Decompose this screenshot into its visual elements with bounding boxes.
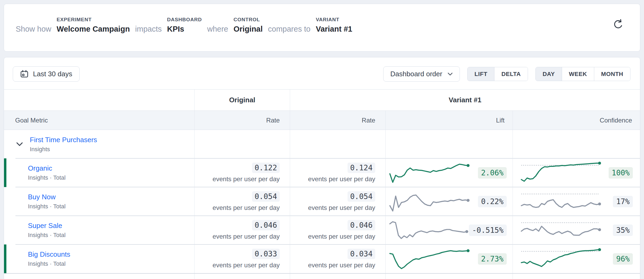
control-rate-cell: 0.046 events per user per day xyxy=(194,216,290,244)
experiment-sentence: Show how EXPERIMENT Welcome Campaign imp… xyxy=(16,17,352,34)
refresh-button[interactable] xyxy=(612,18,625,31)
variant-rate-cell: 0.124 events per user per day xyxy=(290,158,385,187)
confidence-cell: 96% xyxy=(513,244,640,273)
control-rate-value: 0.033 xyxy=(252,249,280,259)
metric-group-cell: First Time Purchasers Insights xyxy=(4,130,194,158)
control-header-cell: Original xyxy=(194,90,290,111)
group-name-link[interactable]: First Time Purchasers xyxy=(30,136,97,144)
metric-row: Super Sale Insights · Total 0.046 events… xyxy=(4,216,640,244)
dashboard-order-dropdown[interactable]: Dashboard order xyxy=(383,66,460,82)
report-card: Last 30 days Dashboard order LIFT DELTA … xyxy=(4,57,640,279)
lift-column-header: Lift xyxy=(385,111,513,130)
confidence-sparkline-chart xyxy=(519,189,602,214)
metric-name-link[interactable]: Big Discounts xyxy=(28,250,70,259)
metric-name-cell: Big Discounts Insights · Total xyxy=(4,244,194,273)
confidence-value-badge: 96% xyxy=(613,253,633,265)
toggle-option-month[interactable]: MONTH xyxy=(594,67,630,81)
significance-stripe xyxy=(4,244,6,273)
variant-rate-value: 0.034 xyxy=(348,249,375,259)
toggle-option-day[interactable]: DAY xyxy=(536,67,562,81)
rate-unit-label: events per user per day xyxy=(308,204,375,212)
lift-value-badge: -0.515% xyxy=(469,225,507,236)
rate-unit-label: events per user per day xyxy=(308,261,375,269)
empty-cell xyxy=(513,130,640,158)
sentence-connector: Show how xyxy=(16,25,51,34)
toggle-option-delta[interactable]: DELTA xyxy=(494,67,528,81)
lift-delta-toggle: LIFT DELTA xyxy=(467,67,528,81)
metric-subtitle: Insights · Total xyxy=(28,232,65,239)
metric-rows-container: Organic Insights · Total 0.122 events pe… xyxy=(4,158,640,273)
sparkline-endpoint-dot xyxy=(598,248,601,251)
variant-rate-cell: 0.054 events per user per day xyxy=(290,187,385,216)
metric-name-cell: Organic Insights · Total xyxy=(4,158,194,187)
sentence-connector: impacts xyxy=(135,25,162,34)
confidence-cell: 35% xyxy=(513,216,640,244)
chevron-down-icon xyxy=(16,142,23,146)
metric-name-link[interactable]: Super Sale xyxy=(28,222,65,230)
toggle-option-lift[interactable]: LIFT xyxy=(468,67,494,81)
report-toolbar: Last 30 days Dashboard order LIFT DELTA … xyxy=(4,57,640,89)
rate-unit-label: events per user per day xyxy=(213,233,280,240)
sparkline-endpoint-dot xyxy=(467,199,470,202)
sparkline-path xyxy=(521,226,600,235)
experiment-name[interactable]: Welcome Campaign xyxy=(57,25,130,34)
variant-name[interactable]: Variant #1 xyxy=(316,25,352,34)
lift-value-badge: 2.73% xyxy=(478,253,507,265)
confidence-cell: 17% xyxy=(513,187,640,216)
rate-unit-label: events per user per day xyxy=(213,175,280,183)
variant-segment[interactable]: VARIANT Variant #1 xyxy=(316,17,352,34)
sparkline-endpoint-dot xyxy=(467,249,470,252)
empty-cell xyxy=(385,130,513,158)
rate-unit-label: events per user per day xyxy=(308,233,375,240)
sparkline-path xyxy=(521,163,600,181)
calendar-icon xyxy=(20,70,28,78)
dashboard-label: DASHBOARD xyxy=(167,17,202,23)
column-header-row: Goal Metric Rate Rate Lift Confidence xyxy=(4,111,640,130)
rate-unit-label: events per user per day xyxy=(308,175,375,183)
collapse-expander[interactable] xyxy=(16,142,23,146)
lift-sparkline-chart xyxy=(388,217,469,243)
metric-subtitle: Insights · Total xyxy=(28,260,70,267)
confidence-value-badge: 35% xyxy=(613,225,633,236)
dashboard-name[interactable]: KPIs xyxy=(167,25,184,34)
confidence-sparkline-chart xyxy=(519,160,602,185)
variant-label: VARIANT xyxy=(316,17,340,23)
empty-cell xyxy=(4,274,194,279)
lift-sparkline-chart xyxy=(388,189,470,214)
metric-row: Buy Now Insights · Total 0.054 events pe… xyxy=(4,187,640,216)
control-name[interactable]: Original xyxy=(233,25,263,34)
toolbar-right-controls: Dashboard order LIFT DELTA DAY WEEK MONT… xyxy=(383,66,630,82)
date-range-button[interactable]: Last 30 days xyxy=(13,66,80,82)
dashboard-order-label: Dashboard order xyxy=(390,70,442,78)
empty-cell xyxy=(194,274,290,279)
lift-cell: -0.515% xyxy=(385,216,513,244)
lift-cell: 0.22% xyxy=(385,187,513,216)
metric-name-link[interactable]: Organic xyxy=(28,164,65,172)
toggle-option-week[interactable]: WEEK xyxy=(562,67,594,81)
lift-cell: 2.06% xyxy=(385,158,513,187)
metric-subtitle: Insights · Total xyxy=(28,174,65,181)
empty-cell xyxy=(385,274,513,279)
dashboard-segment[interactable]: DASHBOARD KPIs xyxy=(167,17,202,34)
confidence-sparkline-chart xyxy=(519,246,602,272)
control-rate-cell: 0.054 events per user per day xyxy=(194,187,290,216)
variant-rate-value: 0.124 xyxy=(348,163,375,173)
control-segment[interactable]: CONTROL Original xyxy=(233,17,263,34)
variant-header-cell: Variant #1 xyxy=(290,90,640,111)
confidence-column-header: Confidence xyxy=(513,111,640,130)
sentence-connector: compares to xyxy=(268,25,311,34)
granularity-toggle: DAY WEEK MONTH xyxy=(535,67,630,81)
metric-row: Organic Insights · Total 0.122 events pe… xyxy=(4,158,640,187)
sparkline-endpoint-dot xyxy=(598,228,601,231)
metric-group-row: First Time Purchasers Insights xyxy=(4,130,640,158)
experiment-segment[interactable]: EXPERIMENT Welcome Campaign xyxy=(57,17,130,34)
lift-value-badge: 0.22% xyxy=(478,196,507,207)
sparkline-path xyxy=(521,200,600,208)
sentence-connector: where xyxy=(207,25,228,34)
sparkline-path xyxy=(390,195,468,211)
chevron-down-icon xyxy=(448,73,453,76)
group-subtitle: Insights xyxy=(30,146,97,153)
metric-name-link[interactable]: Buy Now xyxy=(28,193,65,201)
rate-unit-label: events per user per day xyxy=(213,204,280,212)
empty-cell xyxy=(194,130,290,158)
